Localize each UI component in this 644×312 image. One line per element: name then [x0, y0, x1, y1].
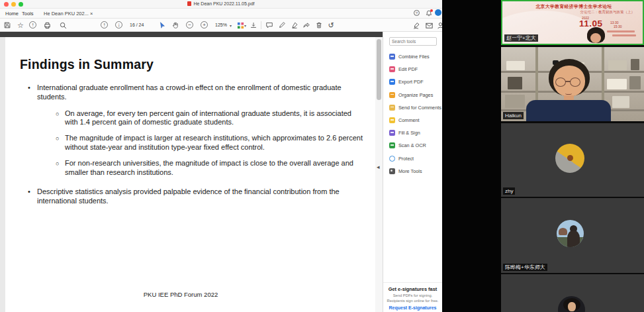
glasses-bridge	[565, 81, 571, 82]
video-tile[interactable]: Haikun	[501, 47, 644, 121]
poster-fine-print	[607, 30, 635, 32]
poster-title: 北京大学教育经济学博士生学术论坛	[508, 3, 640, 10]
tool-scan-ocr[interactable]: Scan & OCR	[383, 139, 442, 152]
document-area-top-bar	[0, 32, 383, 37]
tool-combine-files[interactable]: Combine Files	[383, 50, 442, 63]
zoom-chevron-down-icon[interactable]: ▾	[230, 23, 232, 28]
slide-title: Findings in Summary	[20, 57, 375, 72]
combine-files-icon	[389, 54, 395, 60]
books	[612, 96, 629, 108]
panel-collapse-icon[interactable]: ◂	[377, 164, 380, 170]
participant-mouth	[565, 92, 572, 95]
video-tile[interactable]: zhy	[501, 123, 644, 197]
glasses	[570, 78, 580, 87]
zoom-level-display[interactable]: 125%	[215, 23, 227, 27]
tool-fill-sign[interactable]: Fill & Sign	[383, 127, 442, 139]
sub-bullet-item: ○ The magnitude of impact is larger at r…	[56, 134, 375, 152]
pdf-page: Findings in Summary • International grad…	[5, 37, 375, 312]
previous-page-icon[interactable]: ↑	[101, 21, 108, 28]
document-scrollbar[interactable]	[375, 37, 383, 312]
tool-protect[interactable]: Protect	[383, 152, 442, 165]
tab-document[interactable]: He Dean PKU 202... ×	[44, 11, 93, 17]
trash-icon[interactable]	[314, 21, 324, 30]
send-for-comments-icon	[389, 105, 395, 111]
esign-description: Send PDFs for signing.Recipients sign on…	[383, 293, 442, 303]
tools-panel: Combine Files Edit PDF Export PDF Organi…	[383, 32, 442, 312]
tool-comment[interactable]: Comment	[383, 114, 442, 127]
acrobat-window: He Dean PKU 2022.11.05.pdf Home Tools He…	[0, 0, 442, 312]
edit-pdf-icon	[389, 66, 395, 72]
save-icon[interactable]	[3, 21, 12, 30]
participant-video-strip: 北京大学教育经济学博士生学术论坛 分论坛二：教育财政与政策（上） 2022 11…	[501, 0, 644, 312]
participant-name-label: 赵一宁+北大	[504, 34, 538, 42]
avatar	[558, 296, 585, 312]
zoom-out-icon[interactable]: −	[186, 21, 193, 28]
next-page-icon[interactable]: ↓	[115, 21, 122, 28]
sub-bullet-marker: ○	[56, 109, 65, 128]
account-avatar[interactable]	[435, 9, 441, 16]
books	[505, 95, 525, 108]
scrollbar-thumb[interactable]	[377, 39, 381, 100]
more-tools-icon	[389, 168, 395, 174]
help-icon[interactable]: ?	[414, 10, 420, 16]
window-titlebar: He Dean PKU 2022.11.05.pdf	[0, 0, 442, 9]
comment-icon	[389, 117, 395, 123]
video-tile[interactable]	[501, 274, 644, 312]
esign-heading: Get e-signatures fast	[383, 286, 442, 292]
tool-organize-pages[interactable]: Organize Pages	[383, 89, 442, 101]
sub-bullet-marker: ○	[56, 134, 65, 152]
books	[607, 79, 627, 89]
export-pdf-icon	[389, 79, 395, 85]
protect-icon	[389, 156, 395, 162]
organize-pages-icon	[389, 92, 395, 98]
avatar	[555, 144, 584, 173]
page-number-display[interactable]: 16 / 24	[130, 23, 144, 27]
search-tools-input[interactable]	[389, 37, 437, 46]
zoom-in-icon[interactable]: +	[201, 21, 208, 28]
tools-chevron-down-icon[interactable]: ▾	[244, 23, 246, 28]
search-magnifier-icon[interactable]	[58, 21, 68, 30]
mail-icon[interactable]	[424, 21, 434, 30]
screen-share-letterbox	[442, 0, 501, 312]
select-cursor-icon[interactable]	[158, 21, 167, 30]
avatar-detail	[567, 231, 580, 247]
toolbar-divider	[261, 21, 261, 29]
tools-grid-icon[interactable]	[236, 21, 245, 30]
tool-export-pdf[interactable]: Export PDF	[383, 76, 442, 88]
sub-bullet-item: ○ For non-research universities, the mag…	[56, 159, 375, 178]
fit-width-icon[interactable]	[249, 21, 258, 30]
tool-edit-pdf[interactable]: Edit PDF	[383, 63, 442, 76]
participant-name-label: zhy	[503, 187, 515, 195]
video-tile[interactable]: 陈晔梅+华东师大	[501, 198, 644, 273]
comment-bubble-icon[interactable]	[265, 21, 274, 30]
share-arrow-icon[interactable]	[302, 21, 311, 30]
bullet-marker: •	[28, 83, 37, 102]
hand-pan-icon[interactable]	[171, 21, 180, 30]
books	[631, 59, 639, 70]
esign-promo: Get e-signatures fast Send PDFs for sign…	[383, 282, 442, 310]
books	[629, 76, 641, 89]
participant-shirt	[526, 100, 611, 121]
tab-home[interactable]: Home	[5, 11, 19, 17]
pdf-file-icon	[187, 1, 191, 6]
poster-time-end: 15:30	[614, 25, 622, 28]
notifications-bell-icon[interactable]	[425, 9, 433, 17]
poster-date: 11.05	[579, 19, 603, 28]
avatar-detail	[567, 155, 573, 161]
esign-pen-icon[interactable]	[412, 21, 421, 30]
star-favorites-icon[interactable]: ☆	[16, 21, 25, 30]
print-icon[interactable]	[42, 21, 52, 30]
acrobat-toolbar: ☆ ↑ ↑ ↓ 16 / 24 − + 125% ▾ ▾	[0, 19, 442, 32]
video-tile-active-speaker[interactable]: 北京大学教育经济学博士生学术论坛 分论坛二：教育财政与政策（上） 2022 11…	[501, 0, 644, 45]
fill-sign-pen-icon[interactable]	[290, 21, 299, 30]
tool-send-for-comments[interactable]: Send for Comments	[383, 101, 442, 114]
pencil-edit-icon[interactable]	[277, 21, 287, 30]
speaker-face	[590, 33, 601, 43]
tool-more-tools[interactable]: More Tools	[383, 165, 442, 178]
undo-icon[interactable]: ↺	[326, 21, 336, 30]
share-upload-icon[interactable]: ↑	[29, 21, 36, 28]
tab-close-icon[interactable]: ×	[90, 11, 93, 17]
notification-dot	[430, 9, 433, 12]
request-esignatures-link[interactable]: Request E-signatures	[383, 305, 442, 310]
tab-tools[interactable]: Tools	[22, 11, 34, 17]
